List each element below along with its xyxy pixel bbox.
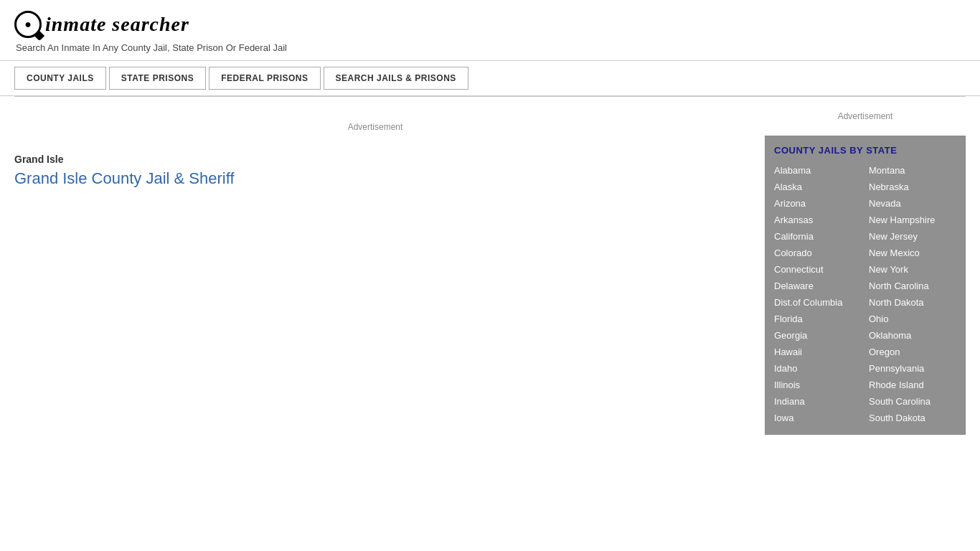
state-link[interactable]: Iowa: [774, 410, 862, 425]
left-panel: Advertisement Grand Isle Grand Isle Coun…: [0, 97, 750, 442]
state-link[interactable]: California: [774, 229, 862, 244]
state-link[interactable]: Pennsylvania: [869, 361, 956, 376]
ad-banner-right: Advertisement: [765, 104, 966, 128]
content-wrapper: Advertisement Grand Isle Grand Isle Coun…: [0, 97, 980, 442]
logo-text: inmate searcher: [45, 13, 189, 36]
logo-area: ● inmate searcher: [14, 11, 966, 38]
state-link[interactable]: Alabama: [774, 163, 862, 178]
state-link[interactable]: Indiana: [774, 394, 862, 409]
state-link[interactable]: Montana: [869, 163, 956, 178]
state-link[interactable]: New Mexico: [869, 245, 956, 260]
state-link[interactable]: Connecticut: [774, 262, 862, 277]
jail-link[interactable]: Grand Isle County Jail & Sheriff: [14, 169, 736, 188]
state-link[interactable]: Colorado: [774, 245, 862, 260]
state-link[interactable]: Arizona: [774, 196, 862, 211]
right-panel: Advertisement COUNTY JAILS BY STATE Alab…: [750, 97, 980, 442]
state-link[interactable]: Delaware: [774, 278, 862, 293]
nav-federal-prisons[interactable]: FEDERAL PRISONS: [209, 67, 320, 90]
state-link[interactable]: Arkansas: [774, 212, 862, 227]
state-link[interactable]: Illinois: [774, 377, 862, 392]
state-link[interactable]: North Dakota: [869, 295, 956, 310]
nav-state-prisons[interactable]: STATE PRISONS: [109, 67, 206, 90]
state-link[interactable]: Alaska: [774, 179, 862, 194]
logo-icon: ●: [14, 11, 42, 38]
state-link[interactable]: Oregon: [869, 344, 956, 359]
state-link[interactable]: New Hampshire: [869, 212, 956, 227]
nav-bar: COUNTY JAILS STATE PRISONS FEDERAL PRISO…: [0, 60, 980, 96]
state-link[interactable]: Rhode Island: [869, 377, 956, 392]
nav-county-jails[interactable]: COUNTY JAILS: [14, 67, 106, 90]
county-label: Grand Isle: [14, 154, 736, 165]
header: ● inmate searcher Search An Inmate In An…: [0, 0, 980, 60]
state-link[interactable]: Nevada: [869, 196, 956, 211]
state-link[interactable]: Ohio: [869, 311, 956, 326]
state-box: COUNTY JAILS BY STATE AlabamaMontanaAlas…: [765, 136, 966, 435]
state-box-title: COUNTY JAILS BY STATE: [774, 145, 956, 156]
state-link[interactable]: Nebraska: [869, 179, 956, 194]
tagline: Search An Inmate In Any County Jail, Sta…: [16, 42, 966, 53]
state-link[interactable]: New York: [869, 262, 956, 277]
state-link[interactable]: Georgia: [774, 328, 862, 343]
state-link[interactable]: Idaho: [774, 361, 862, 376]
state-link[interactable]: North Carolina: [869, 278, 956, 293]
ad-banner-top: Advertisement: [14, 111, 736, 143]
state-link[interactable]: South Dakota: [869, 410, 956, 425]
state-link[interactable]: Hawaii: [774, 344, 862, 359]
state-link[interactable]: Oklahoma: [869, 328, 956, 343]
state-link[interactable]: New Jersey: [869, 229, 956, 244]
state-grid: AlabamaMontanaAlaskaNebraskaArizonaNevad…: [774, 163, 956, 425]
state-link[interactable]: South Carolina: [869, 394, 956, 409]
state-link[interactable]: Dist.of Columbia: [774, 295, 862, 310]
nav-search[interactable]: SEARCH JAILS & PRISONS: [324, 67, 468, 90]
state-link[interactable]: Florida: [774, 311, 862, 326]
